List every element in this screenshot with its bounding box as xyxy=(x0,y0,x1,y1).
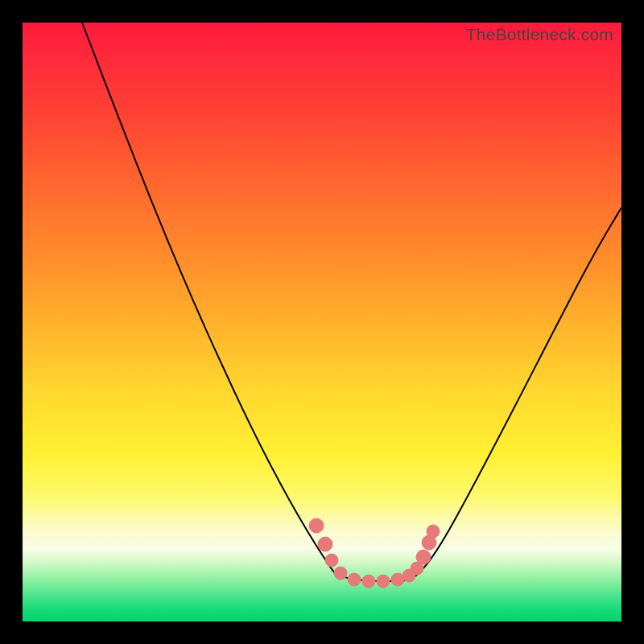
chart-svg xyxy=(23,23,621,621)
marker-dot xyxy=(348,573,361,586)
plot-area: TheBottleneck.com xyxy=(23,23,621,621)
marker-dot xyxy=(362,575,375,588)
marker-dot xyxy=(325,554,338,567)
chart-frame: TheBottleneck.com xyxy=(0,0,644,644)
markers-group xyxy=(309,518,440,588)
curve-left-branch xyxy=(82,23,335,573)
marker-dot xyxy=(318,537,332,551)
curve-right-branch xyxy=(413,208,621,578)
marker-dot xyxy=(334,567,347,580)
marker-dot xyxy=(416,550,431,564)
marker-dot xyxy=(377,575,390,588)
marker-dot xyxy=(427,525,440,538)
marker-dot xyxy=(309,518,324,533)
